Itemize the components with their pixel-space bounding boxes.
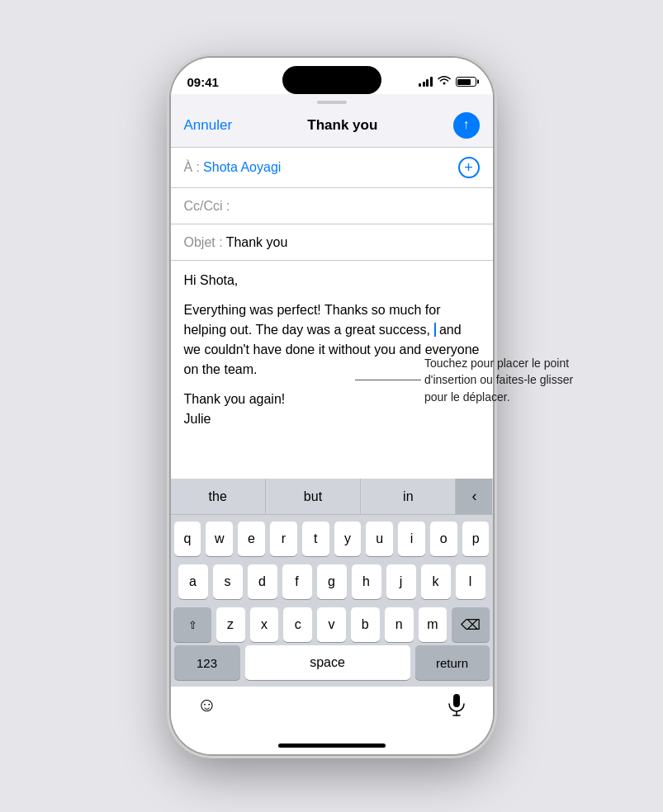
wifi-icon: [438, 76, 451, 88]
to-value[interactable]: Shota Aoyagi: [203, 160, 457, 175]
key-y[interactable]: y: [334, 522, 362, 556]
key-r[interactable]: r: [270, 522, 297, 556]
autocomplete-delete-button[interactable]: ‹: [456, 479, 492, 514]
message-greeting: Hi Shota,: [184, 271, 480, 290]
key-q[interactable]: q: [174, 522, 201, 556]
key-o[interactable]: o: [430, 522, 457, 556]
add-recipient-button[interactable]: +: [458, 157, 480, 178]
subject-field-row[interactable]: Objet : Thank you: [171, 224, 493, 261]
space-key[interactable]: space: [245, 645, 410, 680]
key-n[interactable]: n: [385, 607, 414, 642]
key-p[interactable]: p: [462, 522, 490, 556]
subject-value[interactable]: Thank you: [226, 235, 480, 250]
drag-handle: [184, 94, 480, 107]
key-l[interactable]: l: [456, 564, 485, 599]
autocomplete-the[interactable]: the: [171, 479, 266, 514]
key-v[interactable]: v: [317, 607, 346, 642]
backspace-key[interactable]: ⌫: [452, 607, 489, 642]
key-k[interactable]: k: [421, 564, 451, 599]
keyboard-rows: q w e r t y u i o p a s d f g: [171, 515, 493, 645]
cc-label: Cc/Cci :: [184, 199, 230, 214]
microphone-icon: [448, 693, 466, 716]
emoji-button[interactable]: ☺: [196, 693, 219, 716]
send-arrow-icon: ↑: [463, 118, 470, 131]
send-button[interactable]: ↑: [453, 112, 480, 139]
compose-title-row: Annuler Thank you ↑: [184, 107, 480, 147]
key-e[interactable]: e: [238, 522, 265, 556]
annotation-line: [355, 380, 421, 380]
dynamic-island: [282, 66, 381, 94]
key-m[interactable]: m: [419, 607, 448, 642]
status-time: 09:41: [187, 75, 219, 89]
annotation-text-block: Touchez pour placer le point d'insertion…: [424, 355, 581, 405]
autocomplete-bar: the but in ‹: [171, 479, 493, 515]
compose-body: À : Shota Aoyagi + Cc/Cci : Objet : Than…: [171, 148, 493, 687]
battery-icon: [456, 77, 476, 87]
to-label: À :: [184, 160, 201, 175]
compose-title: Thank you: [307, 117, 377, 134]
drag-pill: [317, 101, 347, 104]
key-d[interactable]: d: [248, 564, 277, 599]
key-z[interactable]: z: [216, 607, 245, 642]
keyboard: the but in ‹ q w e r: [171, 479, 493, 687]
key-g[interactable]: g: [317, 564, 347, 599]
numbers-key[interactable]: 123: [174, 645, 240, 680]
subject-label: Objet :: [184, 235, 223, 250]
annotation: Touchez pour placer le point d'insertion…: [355, 355, 581, 405]
key-w[interactable]: w: [206, 522, 233, 556]
svg-rect-0: [453, 694, 460, 707]
key-i[interactable]: i: [398, 522, 425, 556]
key-b[interactable]: b: [351, 607, 380, 642]
compose-header: Annuler Thank you ↑: [171, 94, 493, 148]
shift-key[interactable]: ⇧: [173, 607, 211, 642]
keyboard-row-1: q w e r t y u i o p: [174, 522, 490, 556]
key-u[interactable]: u: [366, 522, 393, 556]
cc-field-row[interactable]: Cc/Cci :: [171, 188, 493, 224]
signal-icon: [419, 77, 433, 87]
key-t[interactable]: t: [302, 522, 329, 556]
cancel-button[interactable]: Annuler: [184, 117, 233, 134]
keyboard-bottom-row: 123 space return: [171, 645, 493, 687]
annotation-text: Touchez pour placer le point d'insertion…: [424, 356, 573, 404]
keyboard-row-2: a s d f g h j k l: [174, 564, 490, 599]
message-closing-line2: Julie: [184, 409, 480, 429]
emoji-icon: ☺: [197, 693, 217, 716]
autocomplete-but[interactable]: but: [266, 479, 361, 514]
keyboard-row-3: ⇧ z x c v b n m ⌫: [174, 607, 490, 642]
key-a[interactable]: a: [178, 564, 208, 599]
status-icons: [419, 76, 476, 88]
key-c[interactable]: c: [283, 607, 312, 642]
return-key[interactable]: return: [415, 645, 490, 680]
key-h[interactable]: h: [352, 564, 381, 599]
home-indicator: [278, 744, 386, 748]
to-field-row[interactable]: À : Shota Aoyagi +: [171, 148, 493, 188]
key-x[interactable]: x: [250, 607, 279, 642]
phone-frame: 09:41 Annuler: [171, 58, 493, 754]
key-j[interactable]: j: [386, 564, 416, 599]
chevron-left-icon: ‹: [471, 488, 476, 505]
key-s[interactable]: s: [213, 564, 243, 599]
mic-button[interactable]: [445, 693, 468, 716]
text-cursor: [430, 323, 435, 337]
key-f[interactable]: f: [282, 564, 312, 599]
plus-icon: +: [464, 160, 473, 175]
autocomplete-in[interactable]: in: [361, 479, 456, 514]
